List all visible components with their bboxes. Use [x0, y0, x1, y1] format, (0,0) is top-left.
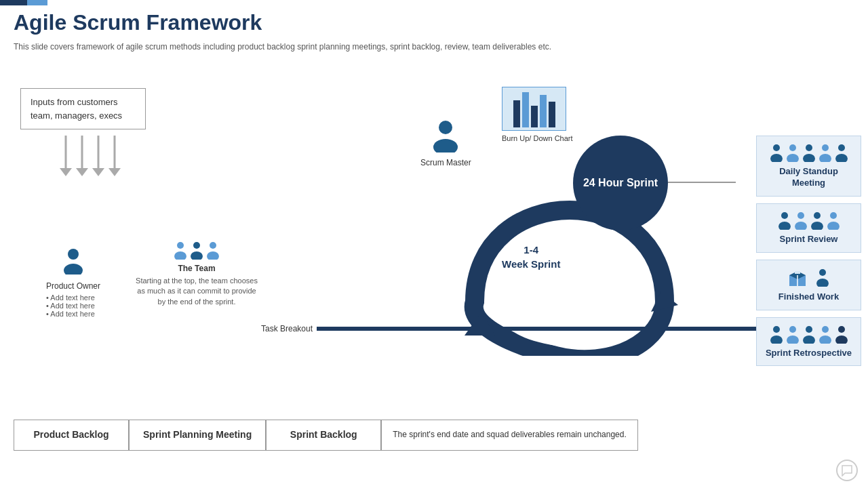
team-member-icon-3: [205, 241, 220, 260]
watermark: [836, 460, 858, 481]
retro-icon-4: [818, 325, 833, 344]
svg-point-0: [68, 249, 79, 260]
task-breakout-section: Task Breakout: [261, 317, 778, 340]
the-team-section: The Team Starting at the top, the team c…: [136, 241, 258, 307]
svg-point-3: [174, 251, 186, 260]
bar-5: [549, 102, 555, 127]
svg-rect-32: [795, 271, 800, 274]
svg-point-38: [789, 326, 796, 333]
svg-point-4: [193, 242, 200, 249]
svg-point-26: [814, 212, 821, 219]
arrow-1: [60, 136, 72, 176]
top-bar-light: [27, 0, 47, 5]
retro-icon-2: [785, 325, 800, 344]
svg-point-23: [778, 222, 791, 230]
review-icon-1: [777, 211, 792, 230]
finished-person-icon: [815, 268, 830, 287]
svg-point-35: [816, 279, 829, 287]
svg-point-37: [770, 336, 783, 344]
top-bar-dark: [0, 0, 27, 5]
chat-icon: [841, 464, 853, 476]
bullet-2: Add text here: [46, 302, 100, 310]
svg-point-41: [803, 336, 815, 344]
svg-point-13: [770, 154, 783, 162]
retro-icon-1: [769, 325, 784, 344]
svg-point-19: [819, 154, 831, 162]
svg-point-18: [822, 144, 829, 151]
sprint-retro-label: Sprint Retrospective: [762, 348, 855, 359]
svg-point-25: [795, 222, 807, 230]
week-sprint-line2: Week Sprint: [502, 257, 560, 271]
standup-icons: [762, 143, 855, 162]
svg-point-40: [806, 326, 812, 333]
standup-icon-4: [818, 143, 833, 162]
sprint-planning-label: Sprint Planning Meeting: [143, 429, 252, 440]
svg-point-44: [838, 326, 845, 333]
retro-icon-3: [802, 325, 816, 344]
review-icon-2: [793, 211, 808, 230]
svg-point-14: [789, 144, 796, 151]
bullet-1: Add text here: [46, 293, 100, 302]
product-owner-icon: [62, 247, 84, 274]
svg-point-45: [835, 336, 848, 344]
the-team-desc: Starting at the top, the team chooses as…: [136, 276, 258, 307]
top-bar: [0, 0, 868, 5]
bar-4: [540, 95, 547, 127]
svg-point-20: [838, 144, 845, 151]
team-member-icon-2: [189, 241, 204, 260]
box-icon-svg: [788, 267, 812, 287]
bar-2: [522, 92, 529, 127]
svg-point-39: [787, 336, 799, 344]
product-owner-section: Product Owner Add text here Add text her…: [46, 247, 100, 318]
daily-standup-label: Daily Standup Meeting: [762, 166, 855, 189]
arrow-4: [108, 136, 121, 176]
arrow-3: [92, 136, 104, 176]
arrow-2: [76, 136, 88, 176]
product-backlog-box: Product Backlog: [14, 420, 129, 451]
sprint-24-label: 24 Hour Sprint: [583, 176, 658, 190]
svg-point-29: [827, 222, 840, 230]
svg-point-2: [177, 242, 184, 249]
daily-standup-card: Daily Standup Meeting: [756, 136, 861, 197]
svg-point-6: [210, 242, 216, 249]
sprint-retro-card: Sprint Retrospective: [756, 317, 861, 367]
svg-point-43: [819, 336, 831, 344]
the-team-label: The Team: [136, 264, 258, 273]
product-owner-bullets: Add text here Add text here Add text her…: [46, 293, 100, 318]
review-icon-3: [810, 211, 825, 230]
arrows-down: [60, 136, 121, 176]
burn-chart-visual: [502, 87, 566, 131]
svg-point-17: [803, 154, 815, 162]
sprint-backlog-box: Sprint Backlog: [266, 420, 381, 451]
retro-icon-5: [834, 325, 849, 344]
retro-icons: [762, 325, 855, 344]
finished-work-card: Finished Work: [756, 260, 861, 310]
svg-point-12: [773, 144, 780, 151]
inputs-label: Inputs from customers team, managers, ex…: [31, 97, 122, 121]
standup-icon-2: [785, 143, 800, 162]
review-icons: [762, 211, 855, 230]
svg-point-7: [207, 251, 219, 260]
svg-point-5: [191, 251, 203, 260]
svg-point-21: [835, 154, 848, 162]
page-subtitle: This slide covers framework of agile scr…: [14, 41, 854, 53]
sprint-review-card: Sprint Review: [756, 203, 861, 253]
svg-point-22: [781, 212, 788, 219]
page-title: Agile Scrum Framework: [14, 10, 854, 35]
finished-work-label: Finished Work: [762, 291, 855, 303]
sprint-24-circle: 24 Hour Sprint: [573, 136, 668, 230]
team-icons: [136, 241, 258, 260]
team-member-icon-1: [173, 241, 188, 260]
bullet-3: Add text here: [46, 310, 100, 318]
bar-1: [513, 100, 520, 127]
svg-point-36: [773, 326, 780, 333]
bar-3: [531, 106, 538, 127]
connector-line: [668, 182, 736, 183]
product-owner-label: Product Owner: [46, 281, 100, 291]
finished-icons: [762, 267, 855, 287]
svg-point-27: [811, 222, 823, 230]
svg-point-42: [822, 326, 829, 333]
svg-point-15: [787, 154, 799, 162]
week-sprint-line1: 1-4: [502, 243, 560, 257]
bottom-boxes: Product Backlog Sprint Planning Meeting …: [14, 420, 638, 451]
